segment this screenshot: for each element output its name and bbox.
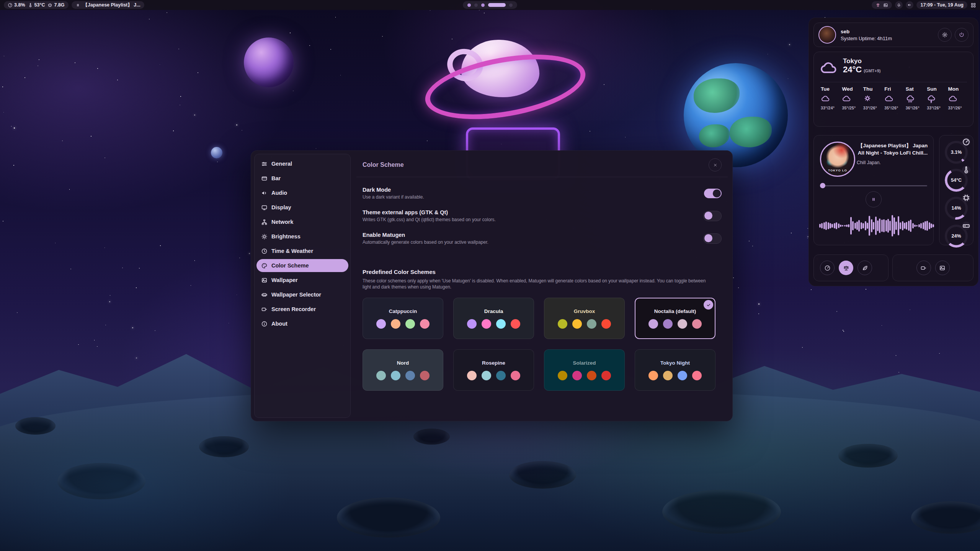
swatch (482, 319, 491, 329)
top-bar: 3.8% 53°C 7.8G 【Japanese Playlist】 J... (0, 0, 980, 10)
sliders-icon (261, 161, 268, 167)
settings-button[interactable] (938, 28, 952, 42)
color-scheme-card[interactable]: Dracula (453, 298, 534, 339)
weather-card: Tokyo 24°C(GMT+9) Tue 33°/24° Wed 35°/25… (813, 52, 973, 127)
color-scheme-card[interactable]: Catppuccin (363, 298, 443, 339)
scheme-name: Nord (397, 360, 409, 366)
workspace-5[interactable] (509, 3, 513, 7)
power-button[interactable] (955, 28, 969, 42)
sidebar-item-time-weather[interactable]: Time & Weather (256, 245, 348, 258)
system-gauge: 3.1% (945, 141, 968, 164)
forecast-day: Sun 33°/26° (925, 86, 946, 110)
play-pause-button[interactable] (866, 191, 882, 207)
toggle-switch[interactable] (703, 211, 722, 221)
system-stats-pill[interactable]: 3.8% 53°C 7.8G (4, 1, 69, 9)
swatch (663, 371, 673, 380)
sidebar-item-bar[interactable]: Bar (256, 172, 348, 185)
forecast-day: Mon 33°/26° (947, 86, 968, 110)
disk-icon (962, 222, 970, 230)
dashboard-grid-icon[interactable] (970, 2, 976, 8)
setting-description: Use a dark variant if available. (363, 194, 424, 200)
cloud-icon (948, 94, 957, 103)
leaf-quick-button[interactable] (858, 261, 872, 275)
color-scheme-card[interactable]: Rosepine (453, 349, 534, 391)
user-texts: seb System Uptime: 4h11m (841, 29, 935, 41)
media-pill[interactable]: 【Japanese Playlist】 J... (72, 1, 144, 9)
schemes-description: These color schemes only apply when 'Use… (363, 278, 715, 290)
swatch (511, 371, 520, 380)
storm-cloud-icon (927, 94, 936, 103)
sidebar-item-label: Audio (271, 190, 287, 196)
system-uptime: System Uptime: 4h11m (841, 36, 935, 41)
swatch (587, 319, 596, 329)
settings-header: Color Scheme (356, 155, 728, 171)
sidebar-item-network[interactable]: Network (256, 215, 348, 228)
sidebar-item-wallpaper-selector[interactable]: Wallpaper Selector (256, 288, 348, 301)
scheme-swatches (648, 319, 702, 329)
bell-icon (897, 3, 901, 7)
image-icon (939, 265, 946, 271)
sidebar-item-wallpaper[interactable]: Wallpaper (256, 274, 348, 287)
clock-icon (261, 248, 268, 254)
forecast-day: Thu 33°/26° (862, 86, 883, 110)
sidebar-item-brightness[interactable]: Brightness (256, 230, 348, 243)
workspace-3[interactable] (481, 3, 485, 7)
close-button[interactable] (709, 158, 722, 171)
info-icon (261, 321, 268, 327)
setting-label: Enable Matugen (363, 232, 488, 238)
scheme-swatches (558, 371, 611, 380)
gauge-icon (824, 265, 831, 271)
user-card: seb System Uptime: 4h11m (813, 23, 973, 47)
sidebar-item-about[interactable]: About (256, 317, 348, 330)
sidebar-item-general[interactable]: General (256, 157, 348, 170)
workspace-4[interactable] (488, 3, 506, 7)
sun-cloud-icon (863, 94, 872, 103)
seek-handle[interactable] (820, 183, 825, 188)
color-scheme-card[interactable]: Solarized (544, 349, 625, 391)
toggle-switch[interactable] (704, 189, 722, 198)
swatch (692, 371, 702, 380)
color-scheme-card[interactable]: Tokyo Night (635, 349, 715, 391)
color-scheme-card[interactable]: Gruvbox (544, 298, 625, 339)
sidebar-item-screen-recorder[interactable]: Screen Recorder (256, 303, 348, 316)
header-divider (356, 177, 728, 177)
weather-forecast: Tue 33°/24° Wed 35°/25° Thu 33°/26° Fri … (819, 86, 968, 110)
scheme-name: Noctalia (default) (654, 308, 696, 314)
brightness-icon (261, 233, 268, 240)
scheme-name: Rosepine (482, 360, 505, 366)
video-quick-button[interactable] (916, 261, 931, 275)
sidebar-item-color-scheme[interactable]: Color Scheme (256, 259, 348, 272)
sidebar-item-label: Network (271, 219, 293, 225)
tray-app-icon[interactable] (875, 3, 880, 8)
quick-toggles-right (892, 254, 973, 281)
forecast-day: Wed 35°/25° (840, 86, 861, 110)
tray-pill[interactable] (872, 1, 892, 9)
seek-bar[interactable] (820, 183, 927, 188)
clock-pill[interactable]: 17:09 - Tue, 19 Aug (916, 1, 967, 9)
workspace-2[interactable] (474, 3, 478, 7)
sidebar-item-audio[interactable]: Audio (256, 186, 348, 199)
recorder-icon (261, 306, 268, 313)
volume-button[interactable] (906, 1, 913, 9)
workspace-indicator[interactable] (463, 1, 517, 9)
notifications-button[interactable] (895, 1, 903, 9)
tray-image-icon[interactable] (883, 3, 888, 8)
track-artist: Chill Japan. (857, 160, 929, 165)
image-quick-button[interactable] (935, 261, 950, 275)
toggle-switch[interactable] (703, 233, 722, 244)
color-scheme-card[interactable]: Noctalia (default) (635, 298, 715, 339)
pause-icon (75, 3, 80, 8)
sidebar-item-display[interactable]: Display (256, 201, 348, 214)
color-scheme-card[interactable]: Nord (363, 349, 443, 391)
system-gauge: 14% (945, 197, 968, 220)
gauge-quick-button[interactable] (820, 261, 835, 275)
media-player-card: TOKYO LO 【Japanese Playlist】 Japan All N… (813, 135, 934, 245)
sidebar-item-label: General (271, 161, 292, 167)
workspace-1[interactable] (467, 3, 471, 7)
avatar (818, 26, 836, 44)
scales-quick-button[interactable] (839, 261, 853, 275)
weather-cloud-icon (819, 59, 838, 77)
weather-temp: 24°C(GMT+9) (843, 65, 880, 74)
desktop: 3.8% 53°C 7.8G 【Japanese Playlist】 J... (0, 0, 980, 551)
schemes-grid: Catppuccin Dracula Gruvbox Noctalia (def… (363, 298, 715, 391)
